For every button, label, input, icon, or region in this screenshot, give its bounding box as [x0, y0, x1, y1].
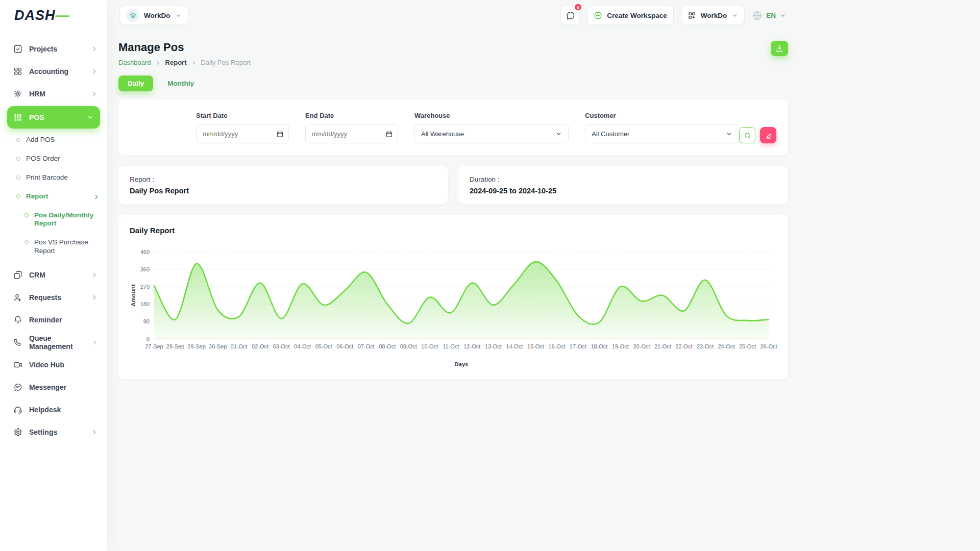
crm-icon	[13, 270, 22, 280]
create-workspace-button[interactable]: Create Workspace	[587, 6, 674, 25]
sidebar-item-messenger[interactable]: Messenger	[0, 376, 107, 398]
grid-icon	[688, 11, 696, 20]
logo-dash-accent: —	[56, 8, 70, 23]
sidebar-item-label: Report	[26, 192, 48, 201]
create-workspace-label: Create Workspace	[607, 12, 667, 19]
user-workspace-dropdown[interactable]: WorkDo	[681, 6, 745, 25]
calendar-icon[interactable]	[385, 130, 393, 138]
bullet-icon	[16, 138, 20, 142]
logo[interactable]: DASH—	[0, 0, 107, 31]
sidebar-item-label: Requests	[29, 293, 61, 302]
bullet-icon	[16, 157, 20, 161]
end-date-input[interactable]	[306, 130, 398, 138]
customer-label: Customer	[585, 112, 739, 119]
language-code: EN	[766, 12, 776, 19]
helpdesk-icon	[13, 405, 22, 414]
app-root: DASH— ProjectsAccountingHRMPOSAdd POSPOS…	[0, 0, 980, 551]
svg-text:22-Oct: 22-Oct	[675, 343, 692, 349]
sidebar-item-pos[interactable]: POS	[7, 106, 100, 129]
duration-summary-card: Duration : 2024-09-25 to 2024-10-25	[458, 166, 788, 205]
sidebar-item-label: POS Order	[26, 155, 60, 163]
svg-text:17-Oct: 17-Oct	[570, 343, 586, 349]
svg-text:24-Oct: 24-Oct	[718, 343, 734, 349]
sidebar-item-pos-daily-monthly-report[interactable]: Pos Daily/Monthly Report	[0, 206, 107, 234]
summary-row: Report : Daily Pos Report Duration : 202…	[118, 166, 788, 205]
sidebar-item-label: HRM	[29, 90, 45, 98]
reset-filter-button[interactable]	[760, 127, 776, 143]
tab-monthly[interactable]: Monthly	[158, 76, 203, 91]
start-date-input[interactable]	[197, 130, 288, 138]
chevron-down-icon	[555, 131, 562, 137]
workspace-avatar-icon	[126, 9, 139, 22]
chart-title: Daily Report	[130, 226, 777, 235]
sidebar-item-crm[interactable]: CRM	[0, 264, 107, 286]
warehouse-selected-value: All Warehouse	[421, 130, 464, 138]
warehouse-select[interactable]: All Warehouse	[414, 124, 569, 143]
svg-text:26-Oct: 26-Oct	[760, 343, 777, 349]
sidebar-item-requests[interactable]: Requests	[0, 286, 107, 309]
hrm-icon	[13, 89, 22, 98]
tab-daily[interactable]: Daily	[118, 76, 153, 91]
breadcrumb-dashboard[interactable]: Dashboard	[118, 59, 151, 66]
sidebar-item-queue-management[interactable]: Queue Management	[0, 331, 107, 354]
report-label: Report :	[130, 176, 437, 183]
chevron-right-icon	[91, 68, 98, 75]
sidebar-item-helpdesk[interactable]: Helpdesk	[0, 398, 107, 421]
globe-icon	[752, 10, 763, 21]
svg-text:01-Oct: 01-Oct	[231, 343, 248, 349]
language-selector[interactable]: EN	[752, 10, 786, 21]
chevron-right-icon	[155, 60, 161, 66]
chevron-right-icon	[91, 271, 98, 279]
sidebar-item-add-pos[interactable]: Add POS	[0, 131, 107, 149]
chevron-down-icon	[731, 12, 738, 19]
svg-text:07-Oct: 07-Oct	[358, 343, 375, 349]
workspace-switcher[interactable]: WorkDo	[119, 6, 188, 25]
chat-button[interactable]: 0	[560, 6, 580, 25]
report-tabs: Daily Monthly	[118, 76, 788, 91]
search-icon	[744, 132, 751, 139]
chat-badge: 0	[574, 3, 582, 11]
svg-text:14-Oct: 14-Oct	[506, 343, 523, 349]
sidebar-item-label: Accounting	[29, 67, 68, 76]
sidebar-item-report[interactable]: Report	[0, 187, 107, 206]
start-date-label: Start Date	[196, 112, 289, 119]
chevron-down-icon	[175, 12, 182, 19]
sidebar-item-label: Settings	[29, 428, 57, 436]
sidebar-item-label: Add POS	[26, 136, 55, 144]
sidebar-item-pos-vs-purchase-report[interactable]: Pos VS Purchase Report	[0, 233, 107, 261]
svg-text:09-Oct: 09-Oct	[400, 343, 417, 349]
sidebar-item-label: Print Barcode	[26, 173, 68, 182]
sidebar-item-label: Messenger	[29, 383, 66, 391]
sidebar-menu: ProjectsAccountingHRMPOSAdd POSPOS Order…	[0, 31, 107, 443]
download-report-button[interactable]	[771, 41, 788, 56]
customer-select[interactable]: All Customer	[585, 124, 739, 143]
sidebar-item-hrm[interactable]: HRM	[0, 83, 107, 105]
apply-filter-button[interactable]	[739, 127, 755, 143]
settings-icon	[13, 428, 22, 437]
svg-text:15-Oct: 15-Oct	[527, 343, 544, 349]
breadcrumb-report[interactable]: Report	[165, 59, 187, 66]
chevron-right-icon	[91, 429, 98, 436]
sidebar-item-label: Pos Daily/Monthly Report	[34, 211, 96, 229]
calendar-icon[interactable]	[276, 130, 284, 138]
sidebar-item-label: POS	[29, 113, 44, 121]
filter-card: Start Date End Date	[118, 99, 788, 156]
sidebar-item-pos-order[interactable]: POS Order	[0, 149, 107, 168]
sidebar-item-projects[interactable]: Projects	[0, 38, 107, 60]
sidebar: DASH— ProjectsAccountingHRMPOSAdd POSPOS…	[0, 0, 107, 551]
svg-text:13-Oct: 13-Oct	[485, 343, 502, 349]
sidebar-item-print-barcode[interactable]: Print Barcode	[0, 168, 107, 187]
sidebar-item-label: Pos VS Purchase Report	[34, 238, 96, 256]
sidebar-item-reminder[interactable]: Reminder	[0, 309, 107, 331]
video-icon	[13, 360, 22, 369]
svg-text:Amount: Amount	[130, 284, 136, 307]
queue-icon	[13, 338, 22, 347]
sidebar-item-accounting[interactable]: Accounting	[0, 60, 107, 83]
sidebar-item-video-hub[interactable]: Video Hub	[0, 354, 107, 376]
sidebar-item-label: Video Hub	[29, 361, 64, 369]
svg-text:19-Oct: 19-Oct	[612, 343, 629, 349]
svg-text:180: 180	[140, 301, 150, 307]
svg-text:10-Oct: 10-Oct	[421, 343, 438, 349]
svg-text:04-Oct: 04-Oct	[294, 343, 311, 349]
sidebar-item-settings[interactable]: Settings	[0, 421, 107, 443]
